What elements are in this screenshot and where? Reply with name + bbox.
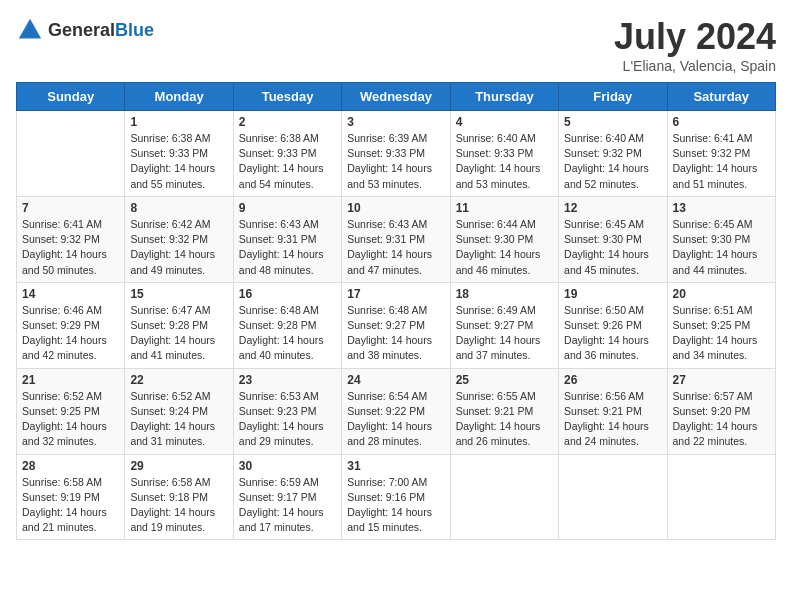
calendar-day-cell: [17, 111, 125, 197]
calendar-day-cell: 19Sunrise: 6:50 AMSunset: 9:26 PMDayligh…: [559, 282, 667, 368]
calendar-day-cell: 29Sunrise: 6:58 AMSunset: 9:18 PMDayligh…: [125, 454, 233, 540]
calendar-day-cell: 1Sunrise: 6:38 AMSunset: 9:33 PMDaylight…: [125, 111, 233, 197]
day-info: Sunrise: 6:50 AMSunset: 9:26 PMDaylight:…: [564, 303, 661, 364]
day-number: 31: [347, 459, 444, 473]
day-number: 29: [130, 459, 227, 473]
day-number: 15: [130, 287, 227, 301]
day-info: Sunrise: 6:58 AMSunset: 9:18 PMDaylight:…: [130, 475, 227, 536]
day-info: Sunrise: 6:54 AMSunset: 9:22 PMDaylight:…: [347, 389, 444, 450]
day-info: Sunrise: 6:45 AMSunset: 9:30 PMDaylight:…: [673, 217, 770, 278]
day-info: Sunrise: 6:38 AMSunset: 9:33 PMDaylight:…: [239, 131, 336, 192]
calendar-day-header: Friday: [559, 83, 667, 111]
calendar-day-cell: [667, 454, 775, 540]
day-info: Sunrise: 6:41 AMSunset: 9:32 PMDaylight:…: [673, 131, 770, 192]
day-number: 21: [22, 373, 119, 387]
calendar-day-cell: 21Sunrise: 6:52 AMSunset: 9:25 PMDayligh…: [17, 368, 125, 454]
calendar-day-cell: 8Sunrise: 6:42 AMSunset: 9:32 PMDaylight…: [125, 196, 233, 282]
calendar-day-cell: 15Sunrise: 6:47 AMSunset: 9:28 PMDayligh…: [125, 282, 233, 368]
day-number: 13: [673, 201, 770, 215]
calendar-day-header: Saturday: [667, 83, 775, 111]
day-number: 30: [239, 459, 336, 473]
day-number: 10: [347, 201, 444, 215]
day-number: 18: [456, 287, 553, 301]
day-info: Sunrise: 6:52 AMSunset: 9:25 PMDaylight:…: [22, 389, 119, 450]
calendar-day-cell: 28Sunrise: 6:58 AMSunset: 9:19 PMDayligh…: [17, 454, 125, 540]
day-number: 6: [673, 115, 770, 129]
location-subtitle: L'Eliana, Valencia, Spain: [614, 58, 776, 74]
day-number: 4: [456, 115, 553, 129]
day-number: 23: [239, 373, 336, 387]
logo-icon: [16, 16, 44, 44]
calendar-day-cell: 12Sunrise: 6:45 AMSunset: 9:30 PMDayligh…: [559, 196, 667, 282]
calendar-header-row: SundayMondayTuesdayWednesdayThursdayFrid…: [17, 83, 776, 111]
day-number: 28: [22, 459, 119, 473]
calendar-day-cell: 27Sunrise: 6:57 AMSunset: 9:20 PMDayligh…: [667, 368, 775, 454]
day-info: Sunrise: 6:53 AMSunset: 9:23 PMDaylight:…: [239, 389, 336, 450]
day-number: 14: [22, 287, 119, 301]
day-info: Sunrise: 6:51 AMSunset: 9:25 PMDaylight:…: [673, 303, 770, 364]
calendar-day-cell: 9Sunrise: 6:43 AMSunset: 9:31 PMDaylight…: [233, 196, 341, 282]
day-info: Sunrise: 6:48 AMSunset: 9:27 PMDaylight:…: [347, 303, 444, 364]
calendar-table: SundayMondayTuesdayWednesdayThursdayFrid…: [16, 82, 776, 540]
calendar-day-header: Monday: [125, 83, 233, 111]
day-number: 25: [456, 373, 553, 387]
day-number: 17: [347, 287, 444, 301]
day-info: Sunrise: 6:59 AMSunset: 9:17 PMDaylight:…: [239, 475, 336, 536]
calendar-day-cell: 3Sunrise: 6:39 AMSunset: 9:33 PMDaylight…: [342, 111, 450, 197]
day-number: 8: [130, 201, 227, 215]
calendar-week-row: 21Sunrise: 6:52 AMSunset: 9:25 PMDayligh…: [17, 368, 776, 454]
title-section: July 2024 L'Eliana, Valencia, Spain: [614, 16, 776, 74]
calendar-day-cell: 24Sunrise: 6:54 AMSunset: 9:22 PMDayligh…: [342, 368, 450, 454]
calendar-day-cell: 23Sunrise: 6:53 AMSunset: 9:23 PMDayligh…: [233, 368, 341, 454]
day-number: 26: [564, 373, 661, 387]
calendar-day-cell: 6Sunrise: 6:41 AMSunset: 9:32 PMDaylight…: [667, 111, 775, 197]
calendar-day-header: Wednesday: [342, 83, 450, 111]
calendar-day-cell: 16Sunrise: 6:48 AMSunset: 9:28 PMDayligh…: [233, 282, 341, 368]
day-number: 19: [564, 287, 661, 301]
calendar-day-cell: 18Sunrise: 6:49 AMSunset: 9:27 PMDayligh…: [450, 282, 558, 368]
day-info: Sunrise: 6:43 AMSunset: 9:31 PMDaylight:…: [239, 217, 336, 278]
month-title: July 2024: [614, 16, 776, 58]
calendar-week-row: 1Sunrise: 6:38 AMSunset: 9:33 PMDaylight…: [17, 111, 776, 197]
day-number: 27: [673, 373, 770, 387]
day-info: Sunrise: 6:43 AMSunset: 9:31 PMDaylight:…: [347, 217, 444, 278]
day-info: Sunrise: 6:48 AMSunset: 9:28 PMDaylight:…: [239, 303, 336, 364]
calendar-day-cell: 7Sunrise: 6:41 AMSunset: 9:32 PMDaylight…: [17, 196, 125, 282]
day-info: Sunrise: 6:40 AMSunset: 9:32 PMDaylight:…: [564, 131, 661, 192]
day-number: 20: [673, 287, 770, 301]
day-info: Sunrise: 6:38 AMSunset: 9:33 PMDaylight:…: [130, 131, 227, 192]
calendar-day-cell: 5Sunrise: 6:40 AMSunset: 9:32 PMDaylight…: [559, 111, 667, 197]
day-info: Sunrise: 6:47 AMSunset: 9:28 PMDaylight:…: [130, 303, 227, 364]
calendar-day-cell: 2Sunrise: 6:38 AMSunset: 9:33 PMDaylight…: [233, 111, 341, 197]
calendar-day-cell: 14Sunrise: 6:46 AMSunset: 9:29 PMDayligh…: [17, 282, 125, 368]
day-number: 9: [239, 201, 336, 215]
calendar-body: 1Sunrise: 6:38 AMSunset: 9:33 PMDaylight…: [17, 111, 776, 540]
calendar-day-cell: 30Sunrise: 6:59 AMSunset: 9:17 PMDayligh…: [233, 454, 341, 540]
calendar-day-header: Tuesday: [233, 83, 341, 111]
day-info: Sunrise: 6:49 AMSunset: 9:27 PMDaylight:…: [456, 303, 553, 364]
day-info: Sunrise: 6:46 AMSunset: 9:29 PMDaylight:…: [22, 303, 119, 364]
day-number: 1: [130, 115, 227, 129]
day-number: 5: [564, 115, 661, 129]
calendar-day-cell: [450, 454, 558, 540]
day-info: Sunrise: 6:56 AMSunset: 9:21 PMDaylight:…: [564, 389, 661, 450]
logo-text-general: General: [48, 20, 115, 40]
day-info: Sunrise: 6:40 AMSunset: 9:33 PMDaylight:…: [456, 131, 553, 192]
day-number: 2: [239, 115, 336, 129]
calendar-day-cell: 31Sunrise: 7:00 AMSunset: 9:16 PMDayligh…: [342, 454, 450, 540]
day-info: Sunrise: 6:58 AMSunset: 9:19 PMDaylight:…: [22, 475, 119, 536]
day-info: Sunrise: 6:44 AMSunset: 9:30 PMDaylight:…: [456, 217, 553, 278]
day-info: Sunrise: 6:45 AMSunset: 9:30 PMDaylight:…: [564, 217, 661, 278]
day-info: Sunrise: 6:42 AMSunset: 9:32 PMDaylight:…: [130, 217, 227, 278]
day-number: 24: [347, 373, 444, 387]
logo-text-blue: Blue: [115, 20, 154, 40]
logo: GeneralBlue: [16, 16, 154, 44]
calendar-day-cell: 17Sunrise: 6:48 AMSunset: 9:27 PMDayligh…: [342, 282, 450, 368]
day-number: 16: [239, 287, 336, 301]
calendar-week-row: 7Sunrise: 6:41 AMSunset: 9:32 PMDaylight…: [17, 196, 776, 282]
calendar-day-cell: 22Sunrise: 6:52 AMSunset: 9:24 PMDayligh…: [125, 368, 233, 454]
calendar-day-cell: 4Sunrise: 6:40 AMSunset: 9:33 PMDaylight…: [450, 111, 558, 197]
day-number: 11: [456, 201, 553, 215]
calendar-day-cell: 26Sunrise: 6:56 AMSunset: 9:21 PMDayligh…: [559, 368, 667, 454]
day-number: 22: [130, 373, 227, 387]
